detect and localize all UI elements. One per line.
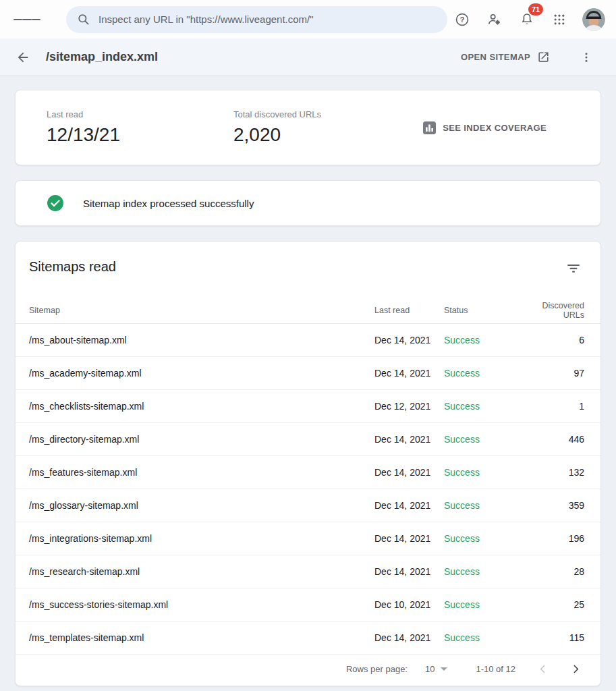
sitemap-stats-card: Last read 12/13/21 Total discovered URLs… (15, 90, 601, 165)
cell-discovered-urls: 115 (524, 632, 584, 643)
pagination-range: 1-10 of 12 (476, 664, 515, 674)
user-settings-icon[interactable] (481, 6, 508, 33)
sitemaps-read-card: Sitemaps read Sitemap Last read Status D… (15, 241, 601, 686)
cell-status: Success (444, 500, 524, 511)
cell-discovered-urls: 446 (524, 434, 584, 445)
cell-status: Success (444, 632, 524, 643)
cell-sitemap: /ms_success-stories-sitemap.xml (29, 599, 374, 610)
table-row[interactable]: /ms_about-sitemap.xml Dec 14, 2021 Succe… (16, 324, 600, 357)
cell-last-read: Dec 12, 2021 (374, 401, 444, 412)
col-header-status[interactable]: Status (444, 306, 524, 315)
cell-discovered-urls: 97 (524, 368, 584, 379)
see-index-coverage-label: SEE INDEX COVERAGE (443, 123, 547, 133)
cell-discovered-urls: 6 (524, 335, 584, 346)
cell-status: Success (444, 467, 524, 478)
cell-discovered-urls: 196 (524, 533, 584, 544)
url-inspect-searchbox[interactable] (66, 6, 447, 33)
cell-status: Success (444, 401, 524, 412)
cell-discovered-urls: 1 (524, 401, 584, 412)
last-read-label: Last read (47, 109, 233, 119)
cell-discovered-urls: 28 (524, 566, 584, 577)
cell-last-read: Dec 14, 2021 (374, 368, 444, 379)
table-row[interactable]: /ms_glossary-sitemap.xml Dec 14, 2021 Su… (16, 489, 600, 522)
menu-icon[interactable] (13, 6, 40, 33)
table-title: Sitemaps read (29, 259, 116, 275)
cell-status: Success (444, 599, 524, 610)
last-read-stat: Last read 12/13/21 (47, 109, 233, 146)
total-urls-value: 2,020 (233, 124, 423, 146)
cell-discovered-urls: 132 (524, 467, 584, 478)
cell-discovered-urls: 359 (524, 500, 584, 511)
banner-message: Sitemap index processed successfully (83, 198, 254, 209)
search-input[interactable] (99, 13, 437, 25)
cell-status: Success (444, 335, 524, 346)
svg-text:?: ? (460, 16, 465, 24)
page-title: /sitemap_index.xml (46, 50, 158, 64)
cell-last-read: Dec 14, 2021 (374, 500, 444, 511)
rows-per-page-label: Rows per page: (346, 664, 408, 674)
search-icon (77, 13, 90, 26)
previous-page-icon[interactable] (533, 659, 553, 679)
cell-sitemap: /ms_directory-sitemap.xml (29, 434, 374, 445)
cell-last-read: Dec 10, 2021 (374, 599, 444, 610)
open-in-new-icon (537, 51, 550, 63)
table-row[interactable]: /ms_templates-sitemap.xml Dec 14, 2021 S… (16, 621, 600, 655)
cell-last-read: Dec 14, 2021 (374, 467, 444, 478)
user-avatar[interactable] (582, 8, 605, 31)
more-options-icon[interactable] (573, 44, 600, 71)
table-row[interactable]: /ms_integrations-sitemap.xml Dec 14, 202… (16, 522, 600, 555)
help-icon[interactable]: ? (449, 6, 476, 33)
cell-sitemap: /ms_checklists-sitemap.xml (29, 401, 374, 412)
cell-sitemap: /ms_research-sitemap.xml (29, 566, 374, 577)
filter-icon[interactable] (563, 259, 584, 280)
cell-status: Success (444, 368, 524, 379)
cell-last-read: Dec 14, 2021 (374, 434, 444, 445)
page-header: /sitemap_index.xml OPEN SITEMAP (0, 38, 616, 76)
cell-status: Success (444, 434, 524, 445)
chevron-down-icon (441, 667, 447, 671)
table-row[interactable]: /ms_features-sitemap.xml Dec 14, 2021 Su… (16, 456, 600, 489)
last-read-value: 12/13/21 (47, 124, 233, 146)
notification-count-badge: 71 (528, 3, 543, 16)
main-content: Last read 12/13/21 Total discovered URLs… (0, 76, 616, 686)
bar-chart-icon (423, 121, 436, 134)
table-row[interactable]: /ms_directory-sitemap.xml Dec 14, 2021 S… (16, 423, 600, 456)
top-app-bar: ? 71 (0, 0, 616, 38)
table-row[interactable]: /ms_research-sitemap.xml Dec 14, 2021 Su… (16, 555, 600, 588)
topbar-actions: ? 71 (449, 6, 605, 33)
table-row[interactable]: /ms_academy-sitemap.xml Dec 14, 2021 Suc… (16, 357, 600, 390)
cell-sitemap: /ms_about-sitemap.xml (29, 335, 374, 346)
open-sitemap-label: OPEN SITEMAP (461, 52, 530, 62)
cell-sitemap: /ms_integrations-sitemap.xml (29, 533, 374, 544)
next-page-icon[interactable] (566, 659, 586, 679)
see-index-coverage-button[interactable]: SEE INDEX COVERAGE (423, 121, 547, 134)
cell-status: Success (444, 566, 524, 577)
total-urls-stat: Total discovered URLs 2,020 (233, 109, 423, 146)
apps-grid-icon[interactable] (546, 6, 573, 33)
table-row[interactable]: /ms_success-stories-sitemap.xml Dec 10, … (16, 588, 600, 621)
cell-status: Success (444, 533, 524, 544)
table-column-headers: Sitemap Last read Status Discovered URLs (16, 297, 600, 324)
cell-sitemap: /ms_templates-sitemap.xml (29, 632, 374, 643)
total-urls-label: Total discovered URLs (233, 109, 423, 119)
cell-last-read: Dec 14, 2021 (374, 566, 444, 577)
status-banner: Sitemap index processed successfully (15, 180, 601, 226)
success-check-icon (47, 194, 64, 212)
cell-sitemap: /ms_features-sitemap.xml (29, 467, 374, 478)
cell-sitemap: /ms_glossary-sitemap.xml (29, 500, 374, 511)
cell-last-read: Dec 14, 2021 (374, 632, 444, 643)
cell-last-read: Dec 14, 2021 (374, 533, 444, 544)
rows-per-page-value: 10 (425, 664, 435, 674)
rows-per-page-select[interactable]: 10 (425, 664, 447, 674)
col-header-last-read[interactable]: Last read (374, 306, 444, 315)
cell-sitemap: /ms_academy-sitemap.xml (29, 368, 374, 379)
cell-last-read: Dec 14, 2021 (374, 335, 444, 346)
cell-discovered-urls: 25 (524, 599, 584, 610)
table-pagination: Rows per page: 10 1-10 of 12 (16, 655, 600, 686)
table-row[interactable]: /ms_checklists-sitemap.xml Dec 12, 2021 … (16, 390, 600, 423)
col-header-sitemap[interactable]: Sitemap (29, 306, 374, 315)
col-header-discovered-urls[interactable]: Discovered URLs (524, 301, 584, 320)
back-arrow-icon[interactable] (9, 44, 36, 71)
open-sitemap-button[interactable]: OPEN SITEMAP (457, 45, 554, 69)
